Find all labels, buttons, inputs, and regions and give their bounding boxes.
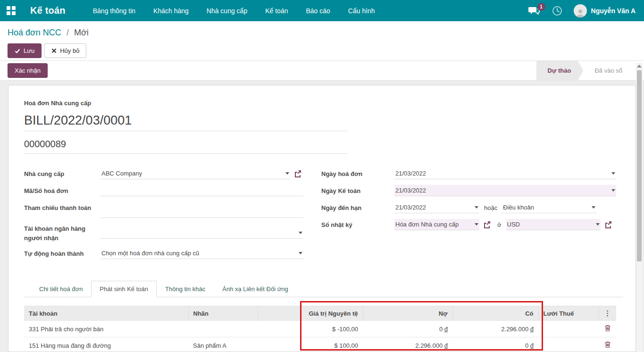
payment-terms-input[interactable]: Điều khoản: [502, 202, 596, 213]
avatar: [574, 4, 587, 17]
status-posted[interactable]: Đã vào sổ: [583, 61, 632, 81]
recipient-bank-input[interactable]: [100, 227, 303, 239]
col-debit[interactable]: Nợ: [363, 306, 452, 321]
discard-button[interactable]: Hủy bỏ: [44, 43, 86, 58]
document-number-input[interactable]: 00000089: [24, 131, 347, 154]
tab-journal-items[interactable]: Phát sinh Kế toán: [91, 281, 157, 297]
message-count-badge[interactable]: 1: [537, 3, 545, 11]
user-menu[interactable]: Nguyễn Văn A: [574, 4, 636, 17]
topbar-right: 1 Nguyễn Văn A: [528, 4, 636, 17]
due-date-value: 21/03/2022: [395, 204, 472, 211]
journal-value: Hóa đơn Nhà cung cấp: [395, 221, 472, 228]
currency-external-link-icon[interactable]: [604, 221, 612, 228]
cell-actions: [599, 321, 616, 337]
messages-icon[interactable]: 1: [528, 6, 541, 16]
tab-other-info[interactable]: Thông tin khác: [157, 281, 214, 297]
auto-complete-input[interactable]: Chọn một hoá đơn nhà cung cấp cũ: [100, 248, 303, 259]
payment-reference-input[interactable]: [100, 207, 303, 218]
col-empty: [258, 306, 300, 321]
menu-accounting[interactable]: Kế toán: [265, 7, 288, 15]
cell-currency-value[interactable]: $ 100,00: [300, 337, 363, 352]
due-date-label: Ngày đến hạn: [321, 202, 394, 213]
form-sheet: Hoá đơn Nhà cung cấp BILL/2022/03/0001 0…: [8, 85, 636, 352]
cell-tax-grid[interactable]: [538, 337, 599, 352]
table-row[interactable]: 331 Phải trả cho người bán $ -100,00 0 đ…: [24, 321, 616, 337]
col-credit[interactable]: Có: [452, 306, 538, 321]
cell-currency-value[interactable]: $ -100,00: [300, 321, 363, 337]
credit-amount: 2.296.000: [501, 326, 528, 333]
debit-amount: 2.296.000: [415, 342, 443, 349]
optional-columns-button[interactable]: ⋮: [599, 306, 616, 321]
chevron-down-icon[interactable]: [285, 172, 289, 175]
col-label[interactable]: Nhãn: [188, 306, 258, 321]
chevron-down-icon[interactable]: [299, 232, 302, 234]
notebook-tabs: Chi tiết hoá đơn Phát sinh Kế toán Thông…: [24, 281, 623, 297]
cell-debit[interactable]: 0 đ: [363, 321, 452, 337]
cell-account[interactable]: 331 Phải trả cho người bán: [24, 321, 188, 337]
cell-label[interactable]: Sản phẩm A: [188, 337, 258, 352]
table-row[interactable]: 151 Hàng mua đang đi đường Sản phẩm A $ …: [24, 337, 616, 352]
journal-items-table-wrap: Tài khoản Nhãn Giá trị Nguyên tệ Nợ Có L…: [24, 306, 616, 352]
currency-value: USD: [507, 221, 593, 228]
col-account[interactable]: Tài khoản: [24, 306, 188, 321]
breadcrumb-parent[interactable]: Hoá đơn NCC: [8, 28, 61, 37]
dong-symbol: đ: [530, 326, 534, 333]
cell-tax-grid[interactable]: [538, 321, 599, 337]
dong-symbol: đ: [530, 342, 534, 349]
vendor-value: ABC Company: [101, 170, 283, 177]
menu-customers[interactable]: Khách hàng: [153, 7, 189, 15]
cell-account[interactable]: 151 Hàng mua đang đi đường: [24, 337, 188, 352]
breadcrumb-separator: /: [67, 28, 69, 37]
delete-row-button[interactable]: [604, 341, 611, 350]
due-date-input[interactable]: 21/03/2022: [394, 202, 479, 213]
chevron-down-icon[interactable]: [596, 223, 600, 226]
auto-complete-label: Tự động hoàn thành: [24, 248, 100, 259]
chevron-down-icon[interactable]: [611, 172, 615, 175]
menu-dashboard[interactable]: Bảng thông tin: [93, 7, 135, 15]
delete-row-button[interactable]: [604, 325, 611, 333]
field-groups: Nhà cung cấp ABC Company Mã/Số hoá: [24, 168, 623, 265]
chevron-down-icon[interactable]: [475, 223, 478, 226]
scrollbar-thumb[interactable]: [637, 70, 642, 261]
document-name-input[interactable]: BILL/2022/03/0001: [24, 107, 347, 131]
credit-amount: 0: [525, 342, 528, 349]
status-draft[interactable]: Dự thảo: [536, 61, 584, 81]
cell-debit[interactable]: 2.296.000 đ: [363, 337, 452, 352]
bill-reference-input[interactable]: [100, 185, 303, 196]
chevron-down-icon[interactable]: [475, 206, 478, 209]
payment-terms-placeholder: Điều khoản: [503, 204, 589, 211]
scroll-up-arrow-icon[interactable]: [637, 65, 642, 67]
dong-symbol: đ: [444, 326, 448, 333]
accounting-date-input[interactable]: 21/03/2022: [394, 185, 616, 196]
col-currency-value[interactable]: Giá trị Nguyên tệ: [300, 306, 363, 321]
journal-label: Sổ nhật ký: [321, 219, 394, 230]
journal-external-link-icon[interactable]: [483, 221, 491, 228]
col-tax-grid[interactable]: Lưới Thuế: [538, 306, 599, 321]
currency-input[interactable]: USD: [506, 219, 601, 230]
cell-credit[interactable]: 0 đ: [452, 337, 538, 352]
menu-settings[interactable]: Cấu hình: [348, 7, 375, 15]
tab-invoice-lines[interactable]: Chi tiết hoá đơn: [31, 281, 91, 297]
chevron-down-icon[interactable]: [611, 189, 615, 192]
apps-grid-icon[interactable]: [7, 6, 16, 16]
menu-vendors[interactable]: Nhà cung cấp: [207, 7, 247, 15]
recipient-bank-row: Tài khoản ngân hàng người nhận: [24, 223, 303, 243]
save-button[interactable]: Lưu: [8, 43, 42, 58]
journal-input[interactable]: Hóa đơn Nhà cung cấp: [394, 219, 479, 230]
vendor-external-link-icon[interactable]: [294, 170, 301, 177]
invoice-date-input[interactable]: 21/03/2022: [394, 168, 616, 179]
confirm-button[interactable]: Xác nhận: [8, 63, 48, 78]
cell-credit[interactable]: 2.296.000 đ: [452, 321, 538, 337]
vertical-scrollbar[interactable]: [636, 63, 643, 352]
activities-clock-icon[interactable]: [552, 6, 562, 16]
app-title[interactable]: Kế toán: [30, 5, 66, 16]
chevron-down-icon[interactable]: [592, 206, 595, 209]
menu-reports[interactable]: Báo cáo: [306, 7, 330, 15]
left-field-group: Nhà cung cấp ABC Company Mã/Số hoá: [24, 168, 303, 265]
cell-actions: [599, 337, 616, 352]
vendor-input[interactable]: ABC Company: [100, 168, 290, 179]
control-panel: Hoá đơn NCC / Mới Lưu Hủy bỏ: [0, 21, 644, 61]
chevron-down-icon[interactable]: [299, 252, 302, 254]
tab-counterpart-mapping[interactable]: Ánh xạ Liên kết Đối ứng: [214, 281, 297, 297]
cell-label[interactable]: [188, 321, 258, 337]
